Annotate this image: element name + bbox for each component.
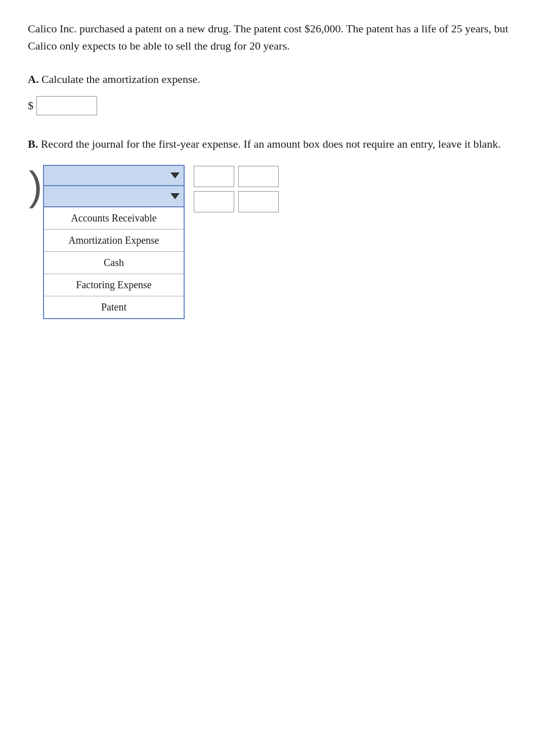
- credit-input-row2[interactable]: [238, 191, 279, 212]
- dropdown-item-cash[interactable]: Cash: [44, 252, 184, 274]
- part-a-section: A. Calculate the amortization expense. $: [28, 71, 532, 115]
- bracket-left: ): [29, 165, 42, 207]
- debit-input-row1[interactable]: [194, 166, 234, 187]
- problem-intro: Calico Inc. purchased a patent on a new …: [28, 20, 532, 55]
- dollar-sign: $: [28, 99, 33, 112]
- part-b-question: B. Record the journal for the first-year…: [28, 136, 532, 153]
- amortization-input[interactable]: [36, 96, 97, 115]
- part-a-label: A.: [28, 73, 38, 85]
- dropdown-item-accounts-receivable[interactable]: Accounts Receivable: [44, 207, 184, 230]
- dropdown-row1[interactable]: [43, 165, 185, 186]
- debit-input-row2[interactable]: [194, 191, 234, 212]
- amount-row-2: [194, 191, 279, 212]
- amortization-input-row: $: [28, 96, 532, 115]
- dropdown-row2[interactable]: [43, 186, 185, 207]
- credit-input-row1[interactable]: [238, 166, 279, 187]
- journal-area: ) Accounts Receivable Amortization Expen…: [43, 165, 532, 212]
- part-a-text: Calculate the amortization expense.: [41, 73, 200, 85]
- dropdown-column: Accounts Receivable Amortization Expense…: [43, 165, 185, 207]
- dropdown-item-amortization-expense[interactable]: Amortization Expense: [44, 230, 184, 252]
- part-b-label: B.: [28, 138, 38, 150]
- arrow-down-icon-row1: [170, 172, 180, 179]
- dropdown-item-factoring-expense[interactable]: Factoring Expense: [44, 274, 184, 296]
- amount-row-1: [194, 166, 279, 187]
- arrow-down-icon-row2: [170, 193, 180, 199]
- part-b-text: Record the journal for the first-year ex…: [41, 138, 501, 150]
- amount-boxes: [194, 166, 279, 212]
- dropdown-list: Accounts Receivable Amortization Expense…: [43, 207, 185, 319]
- part-a-question: A. Calculate the amortization expense.: [28, 71, 532, 88]
- intro-text: Calico Inc. purchased a patent on a new …: [28, 22, 508, 52]
- dropdown-item-patent[interactable]: Patent: [44, 296, 184, 318]
